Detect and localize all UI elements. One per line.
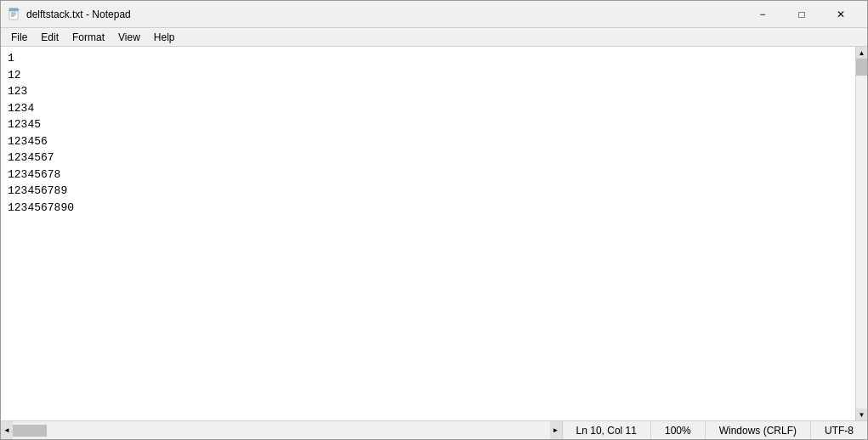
encoding: UTF-8 bbox=[810, 421, 867, 439]
scroll-right-arrow[interactable]: ► bbox=[550, 421, 562, 440]
title-bar: delftstack.txt - Notepad − □ ✕ bbox=[1, 1, 867, 28]
scroll-left-arrow[interactable]: ◄ bbox=[1, 421, 13, 440]
menu-help[interactable]: Help bbox=[147, 28, 182, 46]
scroll-track-horizontal[interactable] bbox=[13, 425, 550, 437]
zoom-level: 100% bbox=[650, 421, 705, 439]
vertical-scrollbar[interactable]: ▲ ▼ bbox=[855, 47, 867, 420]
title-bar-left: delftstack.txt - Notepad bbox=[8, 8, 131, 21]
menu-view[interactable]: View bbox=[111, 28, 147, 46]
scroll-thumb-vertical[interactable] bbox=[856, 59, 868, 76]
minimize-button[interactable]: − bbox=[743, 1, 782, 28]
svg-rect-1 bbox=[9, 8, 18, 11]
status-bar: ◄ ► Ln 10, Col 11 100% Windows (CRLF) UT… bbox=[1, 420, 867, 439]
status-items: Ln 10, Col 11 100% Windows (CRLF) UTF-8 bbox=[562, 421, 867, 439]
scroll-down-arrow[interactable]: ▼ bbox=[856, 409, 868, 420]
close-button[interactable]: ✕ bbox=[821, 1, 860, 28]
scroll-thumb-horizontal[interactable] bbox=[13, 425, 47, 437]
text-editor[interactable]: 1 12 123 1234 12345 123456 1234567 12345… bbox=[1, 47, 855, 420]
horizontal-scrollbar[interactable]: ◄ ► bbox=[1, 421, 562, 439]
cursor-position: Ln 10, Col 11 bbox=[562, 421, 650, 439]
menu-file[interactable]: File bbox=[4, 28, 34, 46]
menu-bar: File Edit Format View Help bbox=[1, 28, 867, 47]
maximize-button[interactable]: □ bbox=[782, 1, 821, 28]
scroll-track-vertical[interactable] bbox=[856, 59, 868, 409]
scroll-up-arrow[interactable]: ▲ bbox=[856, 47, 868, 59]
line-ending: Windows (CRLF) bbox=[705, 421, 810, 439]
notepad-icon bbox=[8, 8, 21, 21]
window-title: delftstack.txt - Notepad bbox=[26, 8, 131, 20]
menu-edit[interactable]: Edit bbox=[34, 28, 65, 46]
editor-area: 1 12 123 1234 12345 123456 1234567 12345… bbox=[1, 47, 867, 420]
menu-format[interactable]: Format bbox=[65, 28, 111, 46]
window-controls: − □ ✕ bbox=[743, 1, 860, 28]
